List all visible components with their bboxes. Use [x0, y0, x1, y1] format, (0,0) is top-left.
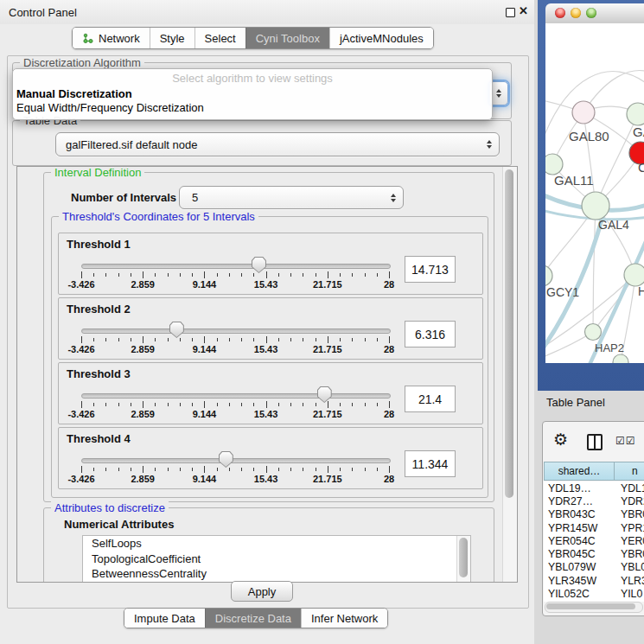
table-rows: YDL19…YDL1YDR27…YDR2YBR043CYBR0YPR145WYP… [544, 481, 644, 602]
number-of-intervals-combobox[interactable]: 5 [179, 186, 404, 209]
list-item-betweennesscentrality[interactable]: BetweennessCentrality [83, 566, 470, 582]
table-row[interactable]: YDL19…YDL1 [544, 481, 644, 494]
list-item-selfloops[interactable]: SelfLoops [83, 536, 470, 552]
combo-stepper-icon [482, 140, 496, 149]
tick-mark [389, 336, 390, 343]
threshold-value-field[interactable]: 6.316 [405, 321, 456, 348]
dropdown-option-equal-width-frequency-discretization[interactable]: Equal Width/Frequency Discretization [13, 101, 492, 115]
slider-track[interactable] [81, 264, 391, 269]
tick-mark [377, 273, 378, 277]
tab-select[interactable]: Select [194, 28, 245, 48]
table-row[interactable]: YLR345WYLR3 [544, 574, 644, 587]
node-gal11 [545, 154, 563, 175]
screenshot-root: Control Panel ✕ NetworkStyleSelectCyni T… [0, 0, 644, 644]
group-title-thresholds: Threshold's Coordinates for 5 Intervals [59, 210, 258, 223]
tick-mark [316, 403, 316, 406]
network-canvas[interactable]: GAL80 GA C GAL11 GAL4 GCY1 H HAP2 [545, 23, 644, 363]
tick-mark [340, 273, 341, 277]
tick-mark [180, 403, 181, 406]
cell-name: YDL1 [617, 482, 644, 494]
node-h [624, 264, 644, 286]
tick-mark [131, 273, 131, 277]
threshold-panel-1: Threshold 1-3.4262.8599.14415.4321.71528… [58, 233, 483, 295]
table-row[interactable]: YBL079WYBL0 [544, 561, 644, 574]
tick-mark [81, 336, 82, 343]
tick-label: 21.715 [313, 279, 342, 290]
node-gcy1 [545, 265, 552, 286]
table-row[interactable]: YIL052CYIL0 [544, 587, 644, 600]
tick-mark [266, 401, 267, 408]
list-vertical-scrollbar[interactable] [456, 536, 470, 583]
tick-mark [365, 468, 366, 471]
tick-mark [93, 403, 94, 406]
tick-mark [253, 403, 254, 406]
tick-mark [168, 273, 169, 277]
attributes-group: Attributes to discretize Numerical Attri… [43, 507, 494, 583]
tab-network[interactable]: Network [73, 28, 150, 48]
tick-mark [316, 338, 316, 341]
numerical-attributes-list[interactable]: SelfLoopsTopologicalCoefficientBetweenne… [82, 535, 471, 583]
bottom-tab-impute-data[interactable]: Impute Data [124, 609, 205, 628]
close-traffic-light-icon[interactable] [555, 8, 565, 18]
zoom-traffic-light-icon[interactable] [586, 8, 596, 18]
slider-ruler: -3.4262.8599.14415.4321.71528 [81, 271, 389, 292]
split-table-icon[interactable] [587, 434, 603, 450]
list-item-topologicalcoefficient[interactable]: TopologicalCoefficient [83, 552, 470, 567]
scrollbar-thumb[interactable] [546, 603, 635, 609]
table-row[interactable]: YBR045CYBR0 [544, 547, 644, 560]
threshold-value-field[interactable]: 11.344 [405, 450, 456, 477]
apply-button[interactable]: Apply [231, 581, 293, 602]
scrollbar-thumb[interactable] [505, 169, 513, 498]
tick-mark [168, 338, 169, 341]
tab-cyni-toolbox[interactable]: Cyni Toolbox [245, 28, 329, 48]
threshold-value-field[interactable]: 21.4 [405, 386, 456, 412]
pane-vertical-scrollbar[interactable] [502, 167, 517, 582]
table-horizontal-scrollbar[interactable] [545, 602, 643, 613]
minimize-traffic-light-icon[interactable] [571, 8, 581, 18]
bottom-tab-infer-network[interactable]: Infer Network [301, 609, 387, 628]
node-hap2 [585, 324, 602, 341]
threshold-label: Threshold 1 [67, 238, 131, 251]
column-header-shared-name[interactable]: shared… [544, 462, 615, 481]
threshold-panel-2: Threshold 2-3.4262.8599.14415.4321.71528… [58, 297, 483, 360]
table-row[interactable]: YBR043CYBR0 [544, 508, 644, 521]
slider-track[interactable] [81, 458, 391, 463]
cell-name: YBL0 [617, 561, 644, 573]
scrollbar-thumb[interactable] [459, 538, 468, 577]
tick-mark [241, 403, 242, 406]
table-data-combobox[interactable]: galFiltered.sif default node [55, 132, 500, 156]
tick-label: -3.426 [67, 409, 94, 419]
tick-mark [303, 338, 303, 341]
column-header-name[interactable]: n [615, 462, 644, 481]
table-row[interactable]: YPR145WYPR1 [544, 521, 644, 534]
tick-mark [241, 338, 242, 341]
threshold-value-field[interactable]: 14.713 [405, 256, 456, 283]
close-icon[interactable]: ✕ [519, 4, 528, 17]
bottom-tab-discretize-data[interactable]: Discretize Data [205, 609, 301, 628]
checkbox-icons[interactable]: ☑☑ [615, 435, 636, 447]
dropdown-option-manual-discretization[interactable]: Manual Discretization [13, 87, 492, 101]
table-row[interactable]: YER054CYER0 [544, 534, 644, 547]
tick-label: -3.426 [67, 279, 94, 290]
table-row[interactable]: YDR27…YDR2 [544, 494, 644, 507]
float-icon[interactable] [506, 8, 515, 17]
group-title-attributes: Attributes to discretize [51, 501, 169, 514]
network-view-window[interactable]: GAL80 GA C GAL11 GAL4 GCY1 H HAP2 [538, 0, 644, 391]
tick-mark [303, 468, 303, 471]
gear-icon[interactable]: ⚙ [553, 430, 568, 450]
node-top-right [627, 103, 644, 125]
node-gal80 [572, 101, 595, 124]
slider-ruler: -3.4262.8599.14415.4321.71528 [81, 401, 389, 422]
tab-style[interactable]: Style [150, 28, 194, 48]
tick-mark [241, 273, 242, 277]
tab-label: Cyni Toolbox [256, 32, 320, 45]
slider-track[interactable] [81, 328, 391, 334]
tick-mark [155, 403, 156, 406]
tab-jactivemnodules[interactable]: jActiveMNodules [329, 28, 433, 48]
tick-mark [303, 273, 303, 277]
tick-label: 28 [384, 344, 394, 354]
right-column: GAL80 GA C GAL11 GAL4 GCY1 H HAP2 Table … [534, 0, 644, 644]
tick-mark [352, 273, 353, 277]
network-icon [82, 33, 93, 44]
slider-track[interactable] [81, 393, 391, 399]
